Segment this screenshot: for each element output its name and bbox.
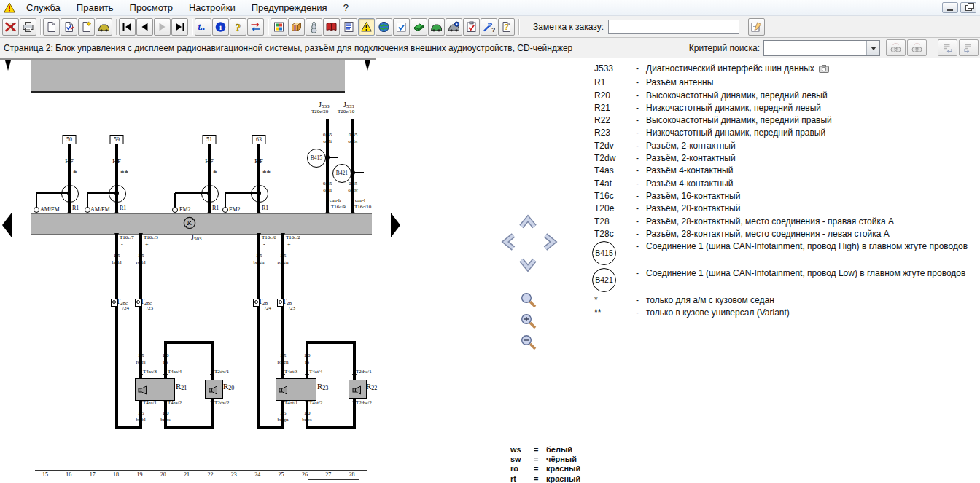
minimize-button[interactable] (942, 2, 958, 13)
track-number: 15 (42, 472, 48, 478)
speaker-box (349, 380, 367, 399)
tools-help-button[interactable]: ? (481, 18, 497, 36)
components-button[interactable] (306, 18, 322, 36)
legend-dash: - (636, 63, 646, 75)
legend-row: B415-Соединение 1 (шина CAN-Infotainment… (594, 240, 979, 267)
wire-color-value: белый (546, 445, 572, 455)
wire-label: R1 (72, 205, 79, 211)
legend-desc-text: Диагностический интерфейс шин данных (646, 63, 814, 74)
new-document-button[interactable] (43, 18, 60, 36)
last-page-button[interactable] (171, 18, 188, 36)
warnings-button[interactable] (358, 18, 375, 36)
junction-dot (67, 191, 71, 195)
camera-icon[interactable] (819, 64, 829, 76)
order-check-button[interactable] (463, 18, 480, 36)
menu-item-4[interactable]: Предупреждения (244, 1, 335, 15)
wire-color-eq: = (534, 445, 546, 455)
speaker-icon (279, 385, 289, 398)
wire-label: T2dv/2 (214, 401, 229, 406)
svg-text:K: K (187, 219, 192, 227)
eraser-button[interactable] (411, 18, 427, 36)
track-number: 22 (208, 472, 214, 478)
menu-item-0[interactable]: Служба (18, 1, 69, 15)
legend-desc-text: Разъём, 28-контактный, место соединения … (646, 216, 894, 227)
speaker-box (276, 378, 316, 401)
zoom-in-button[interactable] (520, 313, 537, 332)
legend-dash: - (636, 152, 646, 165)
menu-item-3[interactable]: Настройки (181, 1, 244, 15)
toolbar-separator (516, 19, 521, 35)
wire-label: T2dw/1 (356, 369, 372, 374)
new-entry-button[interactable] (78, 18, 95, 36)
list-forward-button[interactable] (959, 39, 979, 56)
pan-right-button[interactable] (542, 232, 558, 254)
swap-button[interactable] (247, 18, 264, 36)
pan-left-button[interactable] (501, 232, 517, 254)
legend-term: R1 (594, 76, 636, 89)
green-car-button[interactable] (428, 18, 445, 36)
edit-document-button[interactable] (61, 18, 77, 36)
wire-label: T4as/2 (168, 401, 182, 406)
toolbar-separator (265, 19, 271, 35)
search-criteria-combobox[interactable] (763, 40, 880, 56)
wire-label: br/gn (278, 417, 289, 423)
combo-dropdown-button[interactable] (866, 41, 879, 55)
vehicle-button[interactable] (96, 18, 112, 36)
legend-dash: - (636, 203, 646, 215)
legend-term: T4as (594, 165, 636, 177)
chevron-down-icon (871, 47, 876, 53)
zoom-out-button[interactable] (520, 334, 537, 353)
package-button[interactable] (288, 18, 305, 36)
properties-button[interactable] (748, 18, 765, 36)
parts-catalog-button[interactable] (271, 18, 287, 36)
legend-row: T2dw-Разъём, 2-контактный (594, 152, 979, 165)
first-page-button[interactable] (119, 18, 136, 36)
checkbox-button[interactable] (393, 18, 410, 36)
svg-text:t..: t.. (198, 21, 206, 32)
list-back-button[interactable] (938, 39, 957, 56)
wire-label: 1,0 (163, 411, 169, 416)
menu-item-1[interactable]: Править (69, 1, 122, 15)
wire-label: 1,5 (138, 254, 144, 259)
legend-term: R23 (594, 127, 636, 139)
print-button[interactable] (20, 18, 36, 36)
list-button[interactable] (341, 18, 357, 36)
zoom-tool-button[interactable] (520, 291, 537, 311)
wire-label: ro (163, 360, 168, 365)
legend-dash: - (636, 190, 646, 203)
continuation-arrow-icon (5, 60, 11, 71)
wire-color-row: ro=красный (510, 464, 580, 474)
order-note-input[interactable] (608, 20, 739, 34)
legend-desc-text: только для а/м с кузовом седан (646, 295, 774, 305)
page-arrow-left-icon (2, 213, 12, 237)
legend-term: T28 (594, 216, 636, 228)
wire-label: br/gn (254, 260, 265, 265)
info-button[interactable]: i (212, 18, 229, 36)
help-button[interactable]: ? (230, 18, 246, 36)
prev-page-button[interactable] (136, 18, 153, 36)
search-forward-button[interactable] (886, 39, 906, 56)
manual-button[interactable] (323, 18, 340, 36)
exit-button[interactable] (2, 18, 19, 36)
car-search-button[interactable] (446, 18, 462, 36)
wire-label: - (263, 242, 265, 248)
wire-label: ** (262, 169, 271, 177)
wire-label: br/ro (160, 417, 171, 423)
terminal-box: 59 (110, 135, 124, 144)
search-back-button[interactable] (907, 39, 927, 56)
pan-down-button[interactable] (518, 256, 538, 275)
document-help-button[interactable]: ? (498, 18, 515, 36)
menu-item-5[interactable]: ? (335, 1, 357, 15)
history-button[interactable]: t.. (195, 18, 211, 36)
wire-label: - (121, 242, 123, 248)
next-page-button[interactable] (154, 18, 171, 36)
legend-desc: Разъём, 28-контактный, место соединения … (646, 228, 979, 240)
legend-desc: Низкочастотный динамик, передний левый (646, 102, 979, 114)
component-label: J503 (191, 234, 201, 242)
legend-row: **-только в кузове универсал (Variant) (594, 307, 979, 319)
restore-button[interactable] (960, 2, 976, 13)
globe-button[interactable] (376, 18, 392, 36)
speaker-icon (209, 385, 219, 398)
pan-up-button[interactable] (518, 214, 538, 232)
menu-item-2[interactable]: Просмотр (122, 1, 181, 15)
